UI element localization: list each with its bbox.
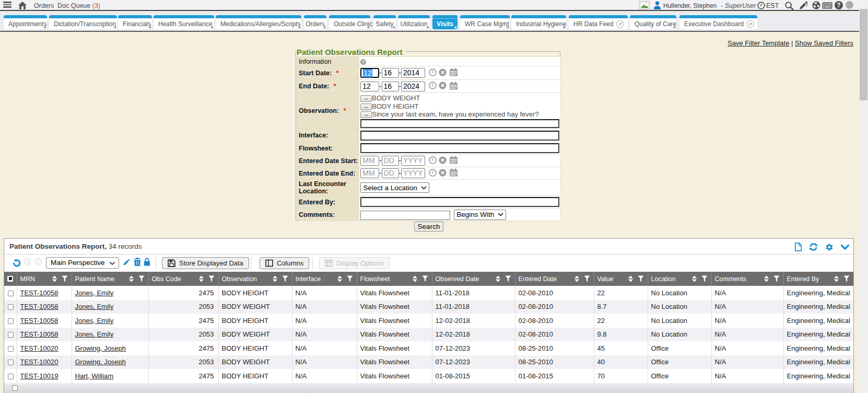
svg-text:?: ?	[837, 2, 840, 9]
